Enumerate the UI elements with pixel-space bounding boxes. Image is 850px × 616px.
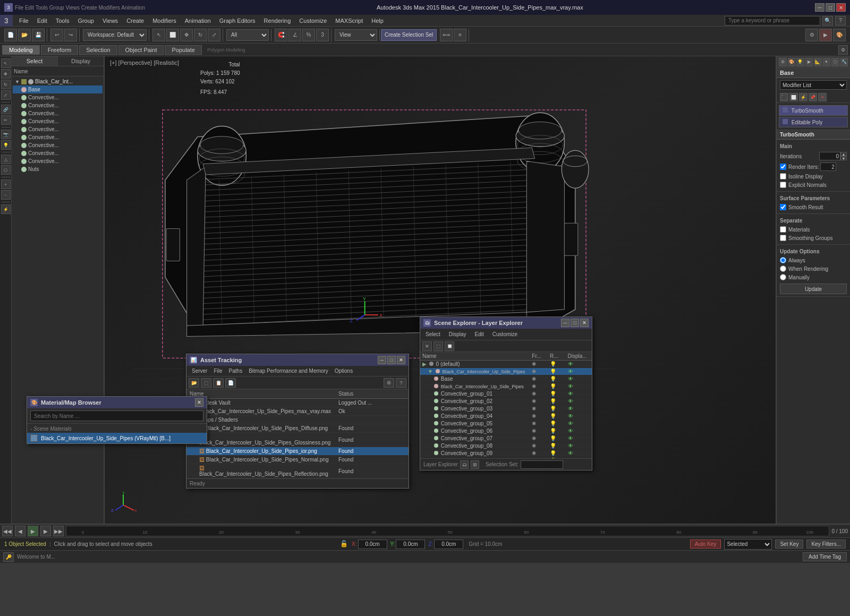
space-warp-btn[interactable]: ~ [1, 190, 11, 200]
at-minimize-btn[interactable]: ─ [378, 356, 386, 364]
at-row-maxfile[interactable]: 📄 Black_Car_Intercooler_Up_Side_Pipes_ma… [186, 407, 409, 416]
filter-dropdown[interactable]: All [226, 29, 269, 41]
rp-icon1[interactable]: ⚙ [779, 58, 787, 66]
systems-tool-btn[interactable]: ⚡ [1, 204, 11, 214]
x-coord-input[interactable] [358, 540, 387, 549]
tree-item-conv3[interactable]: Convective... [13, 109, 103, 117]
se-row-conv04[interactable]: Convective_group_04 ✱ 💡 👁 [420, 413, 592, 420]
lock-icon[interactable]: 🔓 [340, 540, 348, 549]
undo-btn[interactable]: ↩ [50, 29, 63, 41]
set-key-btn[interactable]: Set Key [775, 540, 803, 549]
mb-close-btn[interactable]: ✕ [195, 398, 203, 407]
isoline-check[interactable] [780, 173, 786, 179]
shape-tool-btn[interactable]: △ [1, 155, 11, 164]
tree-item-conv4[interactable]: Convective... [13, 117, 103, 125]
se-row-conv05[interactable]: Convective_group_05 ✱ 💡 👁 [420, 420, 592, 427]
rp-icon4[interactable]: ▶ [805, 58, 813, 66]
geometry-tool-btn[interactable]: ⬡ [1, 165, 11, 175]
se-close-btn[interactable]: ✕ [580, 319, 589, 327]
align-btn[interactable]: ≡ [454, 29, 466, 41]
minimize-button[interactable]: ─ [815, 3, 824, 12]
new-btn[interactable]: 📄 [4, 29, 17, 41]
se-row-conv02[interactable]: Convective_group_02 ✱ 💡 👁 [420, 398, 592, 405]
link-tool-btn[interactable]: 🔗 [1, 105, 11, 114]
mod-icon-2[interactable]: ⬜ [789, 93, 798, 101]
se-menu-customize[interactable]: Customize [489, 330, 521, 338]
at-btn-1[interactable]: 📂 [189, 378, 199, 388]
menu-group[interactable]: Group [73, 16, 98, 25]
move-btn[interactable]: ✥ [180, 29, 193, 41]
se-menu-edit[interactable]: Edit [472, 330, 487, 338]
timeline-rewind-btn[interactable]: ◀◀ [2, 526, 13, 536]
timeline-bar[interactable]: 0 10 20 30 40 50 60 70 80 90 100 [66, 526, 829, 536]
render-setup-btn[interactable]: ⚙ [805, 29, 818, 41]
at-menu-file[interactable]: File [210, 367, 225, 374]
close-button[interactable]: ✕ [836, 3, 846, 12]
asset-tracking-titlebar[interactable]: 📊 Asset Tracking ─ □ ✕ [186, 354, 409, 366]
mirror-btn[interactable]: ⟺ [440, 29, 453, 41]
iterations-spinner[interactable]: ▲ ▼ [840, 152, 847, 160]
at-menu-server[interactable]: Server [189, 367, 210, 374]
rp-icon3[interactable]: 💡 [796, 58, 804, 66]
se-row-default-layer[interactable]: ▶ 0 (default) ✱ 💡 👁 [420, 361, 592, 368]
se-minimize-btn[interactable]: ─ [561, 319, 570, 327]
open-btn[interactable]: 📂 [18, 29, 31, 41]
at-btn-3[interactable]: 📋 [213, 378, 224, 388]
tree-item-base[interactable]: Base [13, 85, 103, 93]
timeline-next-btn[interactable]: ▶ [40, 526, 51, 536]
scale-tool-btn[interactable]: ⤢ [1, 90, 11, 100]
se-footer-btn2[interactable]: ⊞ [471, 460, 479, 469]
se-row-conv01[interactable]: Convective_group_01 ✱ 💡 👁 [420, 390, 592, 398]
timeline-forward-btn[interactable]: ▶▶ [53, 526, 64, 536]
rp-icon7[interactable]: ⬡ [831, 58, 839, 66]
tree-item-conv1[interactable]: Convective... [13, 93, 103, 101]
unlink-tool-btn[interactable]: ✂ [1, 115, 11, 125]
create-selection-btn[interactable]: Create Selection Sel [381, 29, 437, 41]
tab-object-paint[interactable]: Object Paint [118, 45, 164, 55]
menu-file[interactable]: File [15, 16, 33, 25]
at-close-btn[interactable]: ✕ [397, 356, 405, 364]
autokey-btn[interactable]: Auto Key [690, 540, 721, 549]
menu-customize[interactable]: Customize [295, 16, 331, 25]
scale-btn[interactable]: ⤢ [208, 29, 220, 41]
tree-item-conv7[interactable]: Convective... [13, 141, 103, 149]
at-btn-4[interactable]: 📄 [225, 378, 236, 388]
render-iters-input[interactable] [820, 162, 836, 171]
render-iters-check[interactable] [780, 164, 786, 170]
rp-icon6[interactable]: ✦ [823, 58, 831, 66]
se-row-intercooler[interactable]: ▼ Black_Car_Intercooler_Up_Side_Pipes ✱ … [420, 368, 592, 375]
tab-selection[interactable]: Selection [79, 45, 117, 55]
redo-btn[interactable]: ↪ [64, 29, 77, 41]
add-time-tag-btn[interactable]: Add Time Tag [803, 552, 847, 561]
rp-icon5[interactable]: 📐 [814, 58, 822, 66]
se-restore-btn[interactable]: □ [571, 319, 579, 327]
menu-tools[interactable]: Tools [52, 16, 74, 25]
tree-item-root[interactable]: ▼ Black_Car_Int... [13, 78, 103, 85]
material-browser-titlebar[interactable]: 🎨 Material/Map Browser ✕ [27, 397, 207, 408]
se-menu-display[interactable]: Display [446, 330, 470, 338]
menu-help[interactable]: Help [367, 16, 388, 25]
tab-freeform[interactable]: Freeform [41, 45, 79, 55]
workspace-dropdown[interactable]: Workspace: Default [83, 29, 147, 41]
rp-icon2[interactable]: 🎨 [788, 58, 796, 66]
mod-icon-4[interactable]: 📌 [809, 93, 817, 101]
percent-snap-btn[interactable]: % [302, 29, 315, 41]
search-input[interactable] [725, 16, 820, 25]
rotate-tool-btn[interactable]: ↻ [1, 80, 11, 89]
z-coord-input[interactable] [434, 540, 463, 549]
manually-radio[interactable] [780, 274, 786, 280]
selected-dropdown[interactable]: Selected [724, 539, 772, 550]
menu-edit[interactable]: Edit [33, 16, 52, 25]
se-btn-restore[interactable]: ⬚ [434, 341, 443, 351]
tab-modeling[interactable]: Modeling [2, 45, 40, 55]
modifier-list-dropdown[interactable]: Modifier List [780, 80, 847, 90]
tree-item-conv6[interactable]: Convective... [13, 133, 103, 141]
at-row-vault[interactable]: ▶ Autodesk Vault Logged Out ... [186, 399, 409, 407]
move-tool-btn[interactable]: ✥ [1, 69, 11, 79]
menu-maxscript[interactable]: MAXScript [331, 16, 367, 25]
at-btn-2[interactable]: ⬚ [201, 378, 211, 388]
modifier-turbosm-item[interactable]: TurboSmooth [779, 105, 848, 116]
timeline-play-btn[interactable]: ▶ [28, 526, 38, 536]
timeline-prev-btn[interactable]: ◀ [15, 526, 26, 536]
update-button[interactable]: Update [780, 284, 847, 294]
